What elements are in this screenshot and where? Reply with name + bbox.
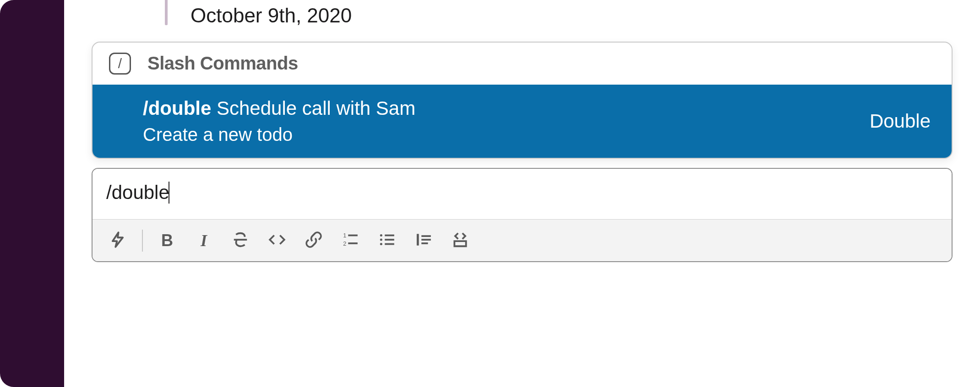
svg-point-5	[380, 238, 382, 241]
blockquote-button[interactable]	[408, 227, 440, 254]
main-content: October 9th, 2020 / Slash Commands /doub…	[64, 0, 980, 387]
message-input-wrap[interactable]: /double	[93, 169, 952, 219]
italic-button[interactable]: I	[188, 227, 220, 254]
slash-command-suggest-panel: / Slash Commands /double Schedule call w…	[92, 42, 953, 159]
svg-point-4	[380, 234, 382, 236]
slash-command-hint: Schedule call with Sam	[217, 97, 415, 119]
slash-command-name: /double	[143, 97, 211, 119]
code-block-icon	[452, 231, 469, 250]
date-divider-label: October 9th, 2020	[191, 0, 352, 28]
code-button[interactable]	[261, 227, 293, 254]
date-divider: October 9th, 2020	[92, 0, 953, 28]
slash-icon: /	[109, 53, 131, 75]
link-icon	[305, 231, 322, 250]
bulleted-list-icon	[378, 231, 396, 250]
strikethrough-icon	[232, 231, 249, 250]
toolbar-separator	[142, 230, 143, 252]
text-cursor	[169, 182, 169, 204]
ordered-list-icon: 12	[342, 231, 359, 250]
slash-command-line1: /double Schedule call with Sam	[143, 97, 415, 121]
date-divider-bar	[165, 0, 168, 25]
slash-command-suggest-header-label: Slash Commands	[147, 53, 298, 74]
blockquote-icon	[415, 231, 432, 250]
link-button[interactable]	[298, 227, 330, 254]
slash-command-description: Create a new todo	[143, 123, 415, 146]
bulleted-list-button[interactable]	[371, 227, 403, 254]
ordered-list-button[interactable]: 12	[334, 227, 366, 254]
composer-toolbar: B I	[93, 219, 952, 261]
svg-text:2: 2	[343, 240, 346, 247]
strikethrough-button[interactable]	[224, 227, 256, 254]
slash-command-app-name: Double	[870, 110, 931, 132]
slash-command-suggest-header: / Slash Commands	[93, 43, 952, 85]
lightning-icon	[109, 231, 126, 250]
code-icon	[268, 231, 286, 250]
app-frame: October 9th, 2020 / Slash Commands /doub…	[0, 0, 980, 387]
svg-point-6	[380, 243, 382, 245]
bold-button[interactable]: B	[151, 227, 183, 254]
svg-text:1: 1	[343, 232, 346, 239]
slash-command-suggest-item[interactable]: /double Schedule call with Sam Create a …	[93, 85, 952, 158]
slash-command-suggest-item-text: /double Schedule call with Sam Create a …	[143, 97, 415, 146]
code-block-button[interactable]	[444, 227, 476, 254]
message-composer: /double B I	[92, 168, 953, 262]
workspace-sidebar-rail	[0, 0, 64, 387]
shortcuts-button[interactable]	[102, 227, 134, 254]
message-input-text: /double	[106, 182, 169, 204]
